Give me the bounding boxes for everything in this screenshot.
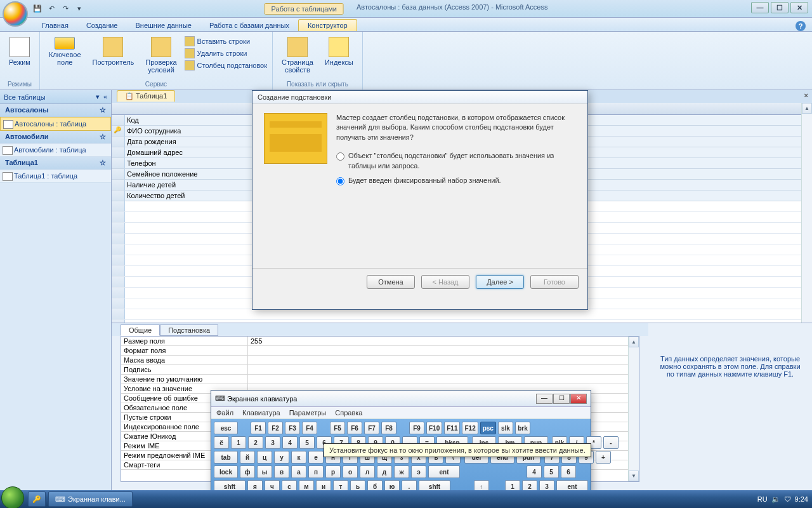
osk-key[interactable]: F2 [268, 422, 283, 434]
next-button[interactable]: Далее > [476, 275, 524, 289]
osk-key[interactable]: slk [498, 422, 513, 434]
tab-dbtools[interactable]: Работа с базами данных [200, 20, 298, 31]
lookup-column-button[interactable]: Столбец подстановок [185, 60, 267, 71]
undo-icon[interactable]: ↶ [46, 3, 57, 15]
osk-key[interactable]: 5 [544, 465, 559, 478]
osk-key[interactable]: lock [214, 465, 238, 478]
view-button[interactable]: Режим [5, 36, 34, 67]
maximize-button[interactable]: ☐ [771, 2, 789, 13]
prop-tab-general[interactable]: Общие [121, 324, 160, 336]
property-row[interactable]: Формат поля [121, 346, 639, 356]
cancel-button[interactable]: Отмена [367, 275, 415, 289]
osk-key[interactable]: F12 [462, 422, 478, 434]
builder-button[interactable]: Построитель [89, 36, 138, 67]
qat-dropdown-icon[interactable]: ▾ [74, 3, 85, 15]
osk-key[interactable]: psc [480, 422, 496, 434]
osk-menu-item[interactable]: Параметры [289, 409, 327, 417]
property-sheet-button[interactable]: Страница свойств [278, 36, 317, 75]
help-icon[interactable]: ? [796, 21, 806, 31]
osk-key[interactable]: 4 [282, 436, 298, 449]
nav-group[interactable]: Автомобили☆ [0, 131, 111, 144]
osk-key[interactable]: F11 [444, 422, 460, 434]
property-row[interactable]: Размер поля255 [121, 337, 639, 346]
osk-key[interactable]: д [377, 465, 392, 478]
tab-create[interactable]: Создание [77, 20, 127, 31]
tab-home[interactable]: Главная [33, 20, 77, 31]
nav-item[interactable]: Автомобили : таблица [0, 144, 111, 157]
test-rules-button[interactable]: Проверка условий [141, 36, 180, 75]
osk-key[interactable]: ц [257, 451, 272, 464]
osk-key[interactable]: ё [214, 436, 229, 449]
vscrollbar[interactable]: ▲▼ [628, 337, 639, 481]
minimize-button[interactable]: — [751, 2, 769, 13]
osk-key[interactable]: л [360, 465, 375, 478]
redo-icon[interactable]: ↷ [60, 3, 71, 15]
osk-key[interactable]: F3 [285, 422, 300, 434]
indexes-button[interactable]: Индексы [321, 36, 357, 67]
osk-key[interactable]: е [308, 451, 324, 464]
osk-key[interactable]: у [274, 451, 289, 464]
wizard-option-fixed[interactable]: Будет введен фиксированный набор значени… [336, 176, 576, 185]
start-button[interactable] [1, 486, 24, 508]
osk-key[interactable]: F8 [381, 422, 396, 434]
osk-key[interactable]: 1 [231, 436, 246, 449]
osk-key[interactable]: й [240, 451, 255, 464]
osk-key[interactable]: F1 [251, 422, 266, 434]
taskbar-item[interactable]: ⌨ Экранная клави... [48, 491, 133, 507]
doc-close-icon[interactable]: × [804, 91, 808, 99]
delete-rows-button[interactable]: Удалить строки [185, 48, 267, 59]
osk-key[interactable]: ы [257, 465, 272, 478]
osk-key[interactable]: в [274, 465, 289, 478]
wizard-option-table[interactable]: Объект "столбец подстановки" будет испол… [336, 151, 576, 171]
osk-menu-item[interactable]: Клавиатура [242, 409, 280, 417]
osk-key[interactable]: э [411, 465, 426, 478]
osk-key[interactable]: tab [214, 451, 238, 464]
osk-key[interactable]: п [308, 465, 324, 478]
osk-menu-item[interactable]: Справка [335, 409, 362, 417]
property-row[interactable]: Маска ввода [121, 356, 639, 365]
nav-header[interactable]: Все таблицы▾ « [0, 90, 111, 104]
osk-minimize[interactable]: — [536, 394, 553, 404]
osk-key[interactable]: 4 [527, 465, 542, 478]
primary-key-button[interactable]: Ключевое поле [45, 36, 85, 67]
back-button[interactable]: < Назад [421, 275, 469, 289]
osk-key[interactable]: ф [240, 465, 255, 478]
taskbar-item[interactable]: 🔑 [28, 491, 46, 507]
nav-item[interactable]: Автосалоны : таблица [0, 117, 111, 131]
osk-key[interactable]: ent [428, 465, 460, 478]
osk-close[interactable]: ✕ [570, 394, 587, 404]
osk-key[interactable]: esc [214, 422, 238, 434]
osk-key[interactable]: а [291, 465, 306, 478]
osk-key[interactable]: F9 [409, 422, 424, 434]
osk-menu-item[interactable]: Файл [216, 409, 233, 417]
osk-key[interactable]: F5 [330, 422, 345, 434]
property-row[interactable]: Подпись [121, 365, 639, 375]
osk-key[interactable]: 2 [248, 436, 263, 449]
osk-key[interactable]: F4 [302, 422, 317, 434]
close-button[interactable]: ✕ [790, 2, 808, 13]
nav-group[interactable]: Таблица1☆ [0, 157, 111, 170]
osk-maximize[interactable]: ☐ [553, 394, 570, 404]
osk-key[interactable]: 6 [561, 465, 576, 478]
insert-rows-button[interactable]: Вставить строки [185, 36, 267, 47]
osk-key[interactable]: - [603, 436, 619, 449]
osk-key[interactable]: к [291, 451, 306, 464]
prop-tab-lookup[interactable]: Подстановка [160, 324, 218, 336]
tab-design[interactable]: Конструктор [298, 19, 357, 31]
nav-item[interactable]: Таблица1 : таблица [0, 170, 111, 183]
tray-icon[interactable]: 🛡 [784, 495, 791, 503]
nav-group[interactable]: Автосалоны☆ [0, 104, 111, 117]
finish-button[interactable]: Готово [530, 275, 579, 289]
osk-key[interactable]: о [343, 465, 358, 478]
osk-key[interactable]: F10 [426, 422, 442, 434]
lang-indicator[interactable]: RU [757, 495, 768, 503]
tab-external[interactable]: Внешние данные [127, 20, 200, 31]
osk-key[interactable]: ж [394, 465, 409, 478]
osk-key[interactable]: brk [515, 422, 530, 434]
doc-tab[interactable]: 📋 Таблица1 [117, 90, 175, 102]
office-button[interactable] [3, 1, 28, 27]
property-row[interactable]: Значение по умолчанию [121, 375, 639, 384]
osk-key[interactable]: 3 [265, 436, 280, 449]
osk-key[interactable]: + [596, 451, 611, 464]
osk-key[interactable]: 5 [299, 436, 315, 449]
